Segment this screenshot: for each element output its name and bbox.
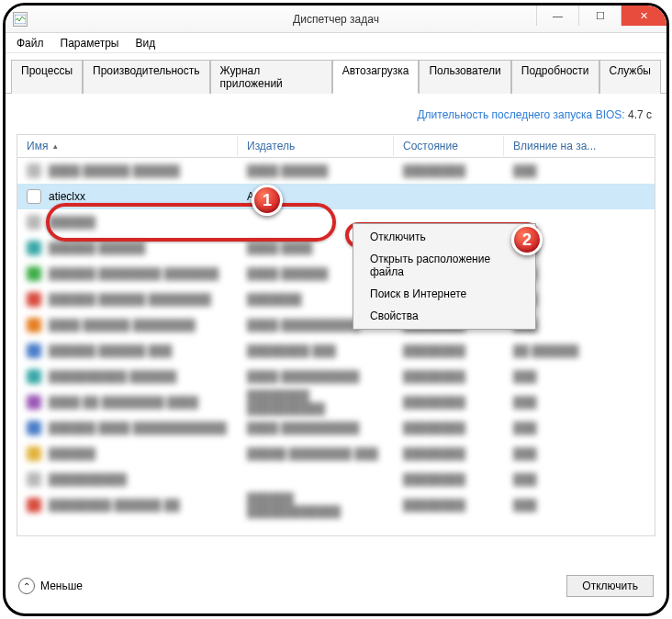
content-pane: Длительность последнего запуска BIOS: 4.… bbox=[6, 94, 666, 544]
disable-button[interactable]: Отключить bbox=[566, 575, 654, 597]
tab-bar: Процессы Производительность Журнал прило… bbox=[6, 53, 666, 94]
column-status[interactable]: Состояние bbox=[394, 136, 504, 156]
titlebar: Диспетчер задач — ☐ ✕ bbox=[6, 6, 666, 33]
app-icon bbox=[27, 446, 41, 461]
tab-startup[interactable]: Автозагрузка bbox=[332, 60, 420, 94]
maximize-button[interactable]: ☐ bbox=[578, 6, 621, 26]
app-icon bbox=[27, 369, 41, 384]
tab-processes[interactable]: Процессы bbox=[11, 60, 83, 94]
app-icon bbox=[27, 215, 41, 230]
bios-label: Длительность последнего запуска BIOS: bbox=[417, 108, 624, 121]
table-row[interactable]: ██████ bbox=[17, 209, 655, 235]
table-row[interactable]: ████ ██████ ████████ ████ ██████████████… bbox=[17, 312, 655, 338]
table-row[interactable]: ██████████ ███████████ bbox=[17, 467, 655, 492]
app-icon bbox=[27, 421, 41, 435]
app-icon bbox=[27, 241, 41, 255]
task-manager-icon bbox=[13, 12, 28, 27]
chevron-up-icon: ⌃ bbox=[18, 578, 35, 594]
tab-details[interactable]: Подробности bbox=[511, 60, 599, 94]
menubar: Файл Параметры Вид bbox=[6, 33, 666, 53]
context-open-file-location[interactable]: Открыть расположение файла bbox=[355, 248, 533, 283]
context-search-online[interactable]: Поиск в Интернете bbox=[355, 283, 533, 305]
app-icon bbox=[27, 498, 41, 512]
table-row[interactable]: ████ ██ ████████ ████ ████████ █████████… bbox=[17, 389, 655, 415]
menu-view[interactable]: Вид bbox=[128, 35, 162, 51]
tab-users[interactable]: Пользователи bbox=[419, 60, 510, 94]
footer: ⌃ Меньше Отключить bbox=[18, 575, 654, 597]
sort-ascending-icon: ▴ bbox=[53, 141, 58, 151]
bios-startup-time: Длительность последнего запуска BIOS: 4.… bbox=[17, 108, 652, 121]
close-button[interactable]: ✕ bbox=[621, 6, 666, 26]
table-header: Имя ▴ Издатель Состояние Влияние на за..… bbox=[17, 134, 655, 158]
context-menu: Отключить Открыть расположение файла Пои… bbox=[353, 223, 536, 330]
table-row[interactable]: ██████ █████ ████████ ██████████████ bbox=[17, 441, 655, 467]
table-row[interactable]: ██████ ██████ ████████ █████████████████… bbox=[17, 287, 655, 312]
table-row[interactable]: ██████ ████ ████████████ ████ ██████████… bbox=[17, 415, 655, 441]
startup-list: ████ ██████ ██████ ████ ████████████████… bbox=[17, 158, 655, 536]
app-icon bbox=[27, 472, 41, 487]
column-impact[interactable]: Влияние на за... bbox=[504, 136, 655, 156]
annotation-badge-2: 2 bbox=[511, 224, 543, 255]
column-publisher[interactable]: Издатель bbox=[238, 136, 394, 156]
table-row[interactable]: ████ ██████ ██████ ████ ████████████████… bbox=[17, 158, 655, 184]
tab-performance[interactable]: Производительность bbox=[83, 60, 209, 94]
context-disable[interactable]: Отключить bbox=[355, 226, 533, 248]
tab-services[interactable]: Службы bbox=[599, 60, 661, 94]
window-title: Диспетчер задач bbox=[293, 13, 379, 26]
table-row[interactable]: ██████ ██████ ███ ████████ █████████████… bbox=[17, 338, 655, 364]
fewer-details-button[interactable]: ⌃ Меньше bbox=[18, 578, 83, 594]
app-icon bbox=[27, 189, 41, 204]
annotation-badge-1: 1 bbox=[252, 185, 283, 216]
table-row[interactable]: ████████ ██████ ██ ██████ ██████████████… bbox=[17, 492, 655, 518]
app-icon bbox=[27, 292, 41, 307]
app-icon bbox=[27, 395, 41, 410]
column-name-label: Имя bbox=[27, 140, 48, 152]
fewer-details-label: Меньше bbox=[40, 580, 83, 592]
app-icon bbox=[27, 343, 41, 358]
bios-value: 4.7 c bbox=[628, 108, 652, 121]
table-row[interactable]: ██████ ██████ ████ ███████████████ bbox=[17, 235, 655, 261]
minimize-button[interactable]: — bbox=[536, 6, 578, 26]
table-row-selected[interactable]: atieclxx Advan bbox=[17, 184, 655, 209]
context-properties[interactable]: Свойства bbox=[355, 305, 533, 327]
app-icon bbox=[27, 266, 41, 281]
table-row[interactable]: ██████████ ██████ ████ █████████████████… bbox=[17, 364, 655, 389]
tab-app-history[interactable]: Журнал приложений bbox=[210, 60, 332, 94]
row-name: atieclxx bbox=[49, 190, 85, 203]
column-name[interactable]: Имя ▴ bbox=[17, 136, 238, 156]
menu-options[interactable]: Параметры bbox=[53, 35, 127, 51]
menu-file[interactable]: Файл bbox=[9, 35, 51, 51]
table-row[interactable]: ██████ ████████ ███████ ████ ███████████… bbox=[17, 261, 655, 287]
app-icon bbox=[27, 163, 41, 178]
app-icon bbox=[27, 318, 41, 332]
